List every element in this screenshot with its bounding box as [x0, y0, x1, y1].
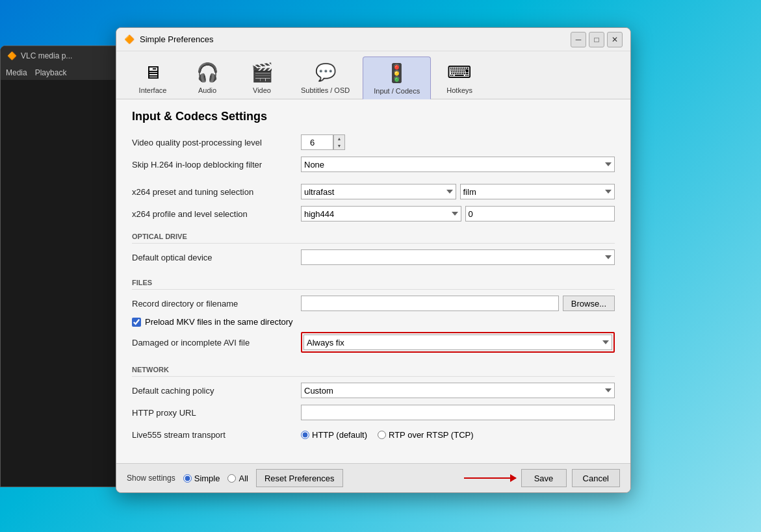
x264-preset-select[interactable]: ultrafast superfast veryfast faster fast… [301, 184, 456, 199]
dialog-minimize-btn[interactable]: ─ [571, 32, 586, 47]
dialog-maximize-btn[interactable]: □ [589, 32, 604, 47]
section-title: Input & Codecs Settings [132, 110, 615, 123]
tab-input-codecs[interactable]: 🚦 Input / Codecs [363, 57, 431, 99]
live555-rtp-label: RTP over RTSP (TCP) [389, 430, 474, 440]
save-button[interactable]: Save [521, 469, 567, 487]
live555-rtp-radio[interactable] [378, 431, 386, 439]
vlc-menu-playback[interactable]: Playback [35, 68, 67, 77]
tab-subtitles[interactable]: 💬 Subtitles / OSD [290, 57, 360, 99]
video-quality-control: ▲ ▼ [301, 134, 615, 150]
optical-device-select[interactable] [301, 249, 615, 265]
tab-audio[interactable]: 🎧 Audio [181, 57, 233, 99]
http-proxy-control [301, 405, 615, 420]
video-quality-input[interactable] [301, 134, 333, 150]
record-dir-input[interactable] [301, 296, 559, 311]
network-group: Network Default caching policy Custom Lo… [132, 366, 615, 443]
live555-http-label: HTTP (default) [312, 430, 367, 440]
skip-h264-label: Skip H.264 in-loop deblocking filter [132, 160, 301, 170]
caching-policy-select[interactable]: Custom Lowest latency Low latency Normal… [301, 383, 615, 398]
spinbox-arrows: ▲ ▼ [333, 134, 345, 150]
arrow-line [464, 477, 516, 479]
dialog-close-btn[interactable]: ✕ [607, 32, 623, 47]
skip-h264-control: None Non-ref Bidir Non-key All [301, 157, 615, 172]
files-label: Files [132, 279, 615, 290]
live555-http-option[interactable]: HTTP (default) [301, 430, 367, 440]
simple-radio-option[interactable]: Simple [183, 474, 220, 483]
network-label: Network [132, 366, 615, 377]
content-area: Input & Codecs Settings Video quality po… [116, 99, 630, 463]
tab-video-label: Video [253, 86, 271, 94]
record-dir-control: Browse... [301, 296, 615, 311]
bottom-right: Save Cancel [464, 469, 620, 487]
caching-policy-row: Default caching policy Custom Lowest lat… [132, 382, 615, 399]
x264-profile-select[interactable]: baseline main high high10 high422 high44… [301, 206, 461, 222]
caching-policy-control: Custom Lowest latency Low latency Normal… [301, 383, 615, 398]
dialog-window-controls: ─ □ ✕ [571, 32, 623, 47]
browse-button[interactable]: Browse... [563, 296, 615, 311]
simple-label: Simple [194, 474, 220, 483]
reset-preferences-button[interactable]: Reset Preferences [256, 469, 343, 487]
all-radio-option[interactable]: All [227, 474, 248, 483]
live555-control: HTTP (default) RTP over RTSP (TCP) [301, 430, 615, 440]
simple-preferences-dialog: 🔶 Simple Preferences ─ □ ✕ 🖥 Interface 🎧… [116, 27, 631, 493]
live555-row: Live555 stream transport HTTP (default) … [132, 426, 615, 443]
record-dir-row: Record directory or filename Browse... [132, 295, 615, 312]
optical-device-control [301, 249, 615, 265]
live555-label: Live555 stream transport [132, 430, 301, 440]
video-quality-spinbox: ▲ ▼ [301, 134, 345, 150]
http-proxy-row: HTTP proxy URL [132, 404, 615, 421]
dialog-titlebar: 🔶 Simple Preferences ─ □ ✕ [116, 28, 630, 51]
skip-h264-row: Skip H.264 in-loop deblocking filter Non… [132, 156, 615, 173]
skip-h264-select[interactable]: None Non-ref Bidir Non-key All [301, 157, 615, 172]
save-arrow-indicator [464, 477, 516, 479]
files-group: Files Record directory or filename Brows… [132, 279, 615, 353]
damaged-avi-select[interactable]: Always fix Ask Never fix [303, 335, 612, 350]
damaged-avi-label: Damaged or incomplete AVI file [132, 338, 301, 348]
tab-input-label: Input / Codecs [374, 87, 420, 95]
tab-video[interactable]: 🎬 Video [236, 57, 288, 99]
tab-interface-label: Interface [139, 86, 167, 94]
bottom-bar: Show settings Simple All Reset Preferenc… [116, 463, 630, 492]
input-codecs-icon: 🚦 [385, 61, 409, 84]
interface-icon: 🖥 [141, 60, 164, 84]
tab-interface[interactable]: 🖥 Interface [127, 57, 179, 99]
hotkeys-icon: ⌨ [448, 60, 471, 84]
vlc-title: 🔶 VLC media p... [7, 51, 72, 60]
http-proxy-input[interactable] [301, 405, 615, 420]
optical-device-row: Default optical device [132, 249, 615, 266]
cancel-button[interactable]: Cancel [572, 469, 620, 487]
preload-mkv-checkbox[interactable] [132, 318, 141, 327]
video-quality-label: Video quality post-processing level [132, 138, 301, 147]
show-settings-label: Show settings [127, 474, 175, 483]
tab-subtitles-label: Subtitles / OSD [301, 86, 350, 94]
vlc-menu-media[interactable]: Media [6, 68, 27, 77]
caching-policy-label: Default caching policy [132, 386, 301, 396]
x264-preset-row: x264 preset and tuning selection ultrafa… [132, 183, 615, 200]
record-dir-label: Record directory or filename [132, 299, 301, 309]
live555-http-radio[interactable] [301, 431, 309, 439]
live555-rtp-option[interactable]: RTP over RTSP (TCP) [378, 430, 474, 440]
vlc-title-text: VLC media p... [21, 51, 72, 60]
dialog-vlc-icon: 🔶 [124, 34, 135, 44]
tab-hotkeys-label: Hotkeys [446, 86, 472, 94]
spinbox-up[interactable]: ▲ [334, 135, 344, 142]
vlc-icon: 🔶 [7, 51, 17, 60]
video-quality-row: Video quality post-processing level ▲ ▼ [132, 134, 615, 151]
optical-drive-group: Optical drive Default optical device [132, 233, 615, 266]
optical-device-label: Default optical device [132, 253, 301, 262]
simple-radio[interactable] [183, 474, 192, 483]
all-label: All [239, 474, 248, 483]
x264-tuning-select[interactable]: film animation grain stillimage [460, 184, 615, 199]
x264-level-input[interactable] [465, 206, 615, 222]
optical-drive-label: Optical drive [132, 233, 615, 244]
x264-profile-row: x264 profile and level selection baselin… [132, 205, 615, 222]
tab-hotkeys[interactable]: ⌨ Hotkeys [433, 57, 485, 99]
all-radio[interactable] [227, 474, 236, 483]
x264-profile-label: x264 profile and level selection [132, 209, 301, 219]
x264-preset-label: x264 preset and tuning selection [132, 187, 301, 197]
x264-profile-control: baseline main high high10 high422 high44… [301, 206, 615, 222]
spinbox-down[interactable]: ▼ [334, 142, 344, 149]
dialog-title-text: Simple Preferences [140, 34, 213, 44]
dialog-title: 🔶 Simple Preferences [124, 34, 213, 44]
audio-icon: 🎧 [196, 60, 219, 84]
